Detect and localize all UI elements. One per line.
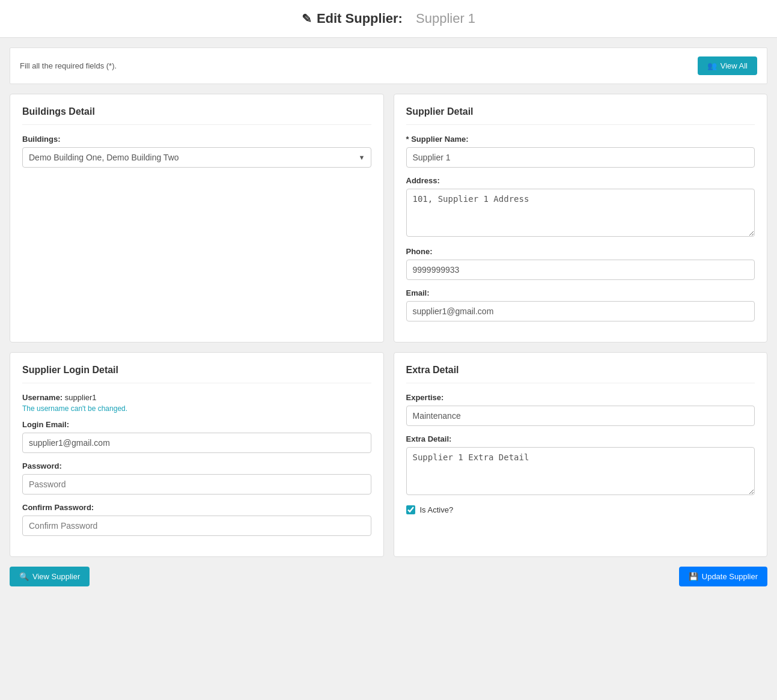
username-value: supplier1: [65, 393, 97, 402]
supplier-login-detail-card: Supplier Login Detail Username: supplier…: [10, 352, 384, 557]
expertise-input[interactable]: [406, 406, 755, 426]
address-input[interactable]: 101, Supplier 1 Address: [406, 189, 755, 237]
buildings-detail-card: Buildings Detail Buildings: Demo Buildin…: [10, 94, 384, 342]
email-form-group: Email:: [406, 288, 755, 321]
password-input[interactable]: [22, 474, 371, 495]
confirm-password-form-group: Confirm Password:: [22, 503, 371, 536]
page-title-supplier-name: Supplier 1: [416, 11, 475, 26]
confirm-password-label: Confirm Password:: [22, 503, 371, 512]
edit-icon: ✎: [302, 11, 312, 26]
content-area: Buildings Detail Buildings: Demo Buildin…: [0, 94, 777, 557]
extra-detail-label: Extra Detail:: [406, 434, 755, 443]
expertise-form-group: Expertise:: [406, 393, 755, 426]
is-active-group: Is Active?: [406, 505, 755, 514]
password-label: Password:: [22, 461, 371, 470]
username-label: Username:: [22, 393, 62, 402]
update-supplier-label: Update Supplier: [702, 572, 758, 581]
buildings-select[interactable]: Demo Building One, Demo Building TwoDemo…: [22, 147, 371, 168]
login-email-input[interactable]: [22, 433, 371, 453]
supplier-detail-title: Supplier Detail: [406, 106, 755, 125]
email-input[interactable]: [406, 301, 755, 321]
phone-form-group: Phone:: [406, 247, 755, 280]
view-supplier-icon: 🔍: [19, 572, 29, 581]
buildings-label: Buildings:: [22, 135, 371, 144]
login-email-form-group: Login Email:: [22, 420, 371, 453]
expertise-label: Expertise:: [406, 393, 755, 402]
view-supplier-label: View Supplier: [32, 572, 80, 581]
extra-detail-card: Extra Detail Expertise: Extra Detail: Su…: [394, 352, 768, 557]
login-email-label: Login Email:: [22, 420, 371, 429]
password-form-group: Password:: [22, 461, 371, 495]
supplier-name-input[interactable]: [406, 147, 755, 168]
buildings-form-group: Buildings: Demo Building One, Demo Build…: [22, 135, 371, 168]
footer-bar: 🔍 View Supplier 💾 Update Supplier: [10, 567, 767, 586]
view-all-icon: 👥: [707, 61, 717, 70]
update-supplier-icon: 💾: [689, 572, 698, 581]
buildings-detail-title: Buildings Detail: [22, 106, 371, 125]
confirm-password-input[interactable]: [22, 516, 371, 536]
extra-detail-form-group: Extra Detail: Supplier 1 Extra Detail: [406, 434, 755, 497]
email-label: Email:: [406, 288, 755, 297]
supplier-login-detail-title: Supplier Login Detail: [22, 365, 371, 383]
username-info: Username: supplier1: [22, 393, 371, 402]
phone-label: Phone:: [406, 247, 755, 256]
is-active-checkbox[interactable]: [406, 505, 415, 514]
view-all-label: View All: [721, 61, 748, 70]
address-label: Address:: [406, 176, 755, 185]
buildings-select-wrapper: Demo Building One, Demo Building TwoDemo…: [22, 147, 371, 168]
view-all-button[interactable]: 👥 View All: [698, 56, 757, 75]
username-note: The username can't be changed.: [22, 404, 371, 413]
phone-input[interactable]: [406, 260, 755, 280]
supplier-name-form-group: * Supplier Name:: [406, 135, 755, 168]
extra-detail-title: Extra Detail: [406, 365, 755, 383]
info-bar: Fill all the required fields (*). 👥 View…: [10, 47, 767, 84]
is-active-label[interactable]: Is Active?: [420, 505, 454, 514]
supplier-name-label: * Supplier Name:: [406, 135, 755, 144]
page-title-prefix: Edit Supplier:: [317, 11, 403, 26]
update-supplier-button[interactable]: 💾 Update Supplier: [679, 567, 767, 586]
address-form-group: Address: 101, Supplier 1 Address: [406, 176, 755, 239]
extra-detail-input[interactable]: Supplier 1 Extra Detail: [406, 447, 755, 495]
view-supplier-button[interactable]: 🔍 View Supplier: [10, 567, 90, 586]
page-header: ✎ Edit Supplier: Supplier 1: [0, 0, 777, 38]
required-fields-message: Fill all the required fields (*).: [20, 61, 117, 70]
supplier-detail-card: Supplier Detail * Supplier Name: Address…: [394, 94, 768, 342]
